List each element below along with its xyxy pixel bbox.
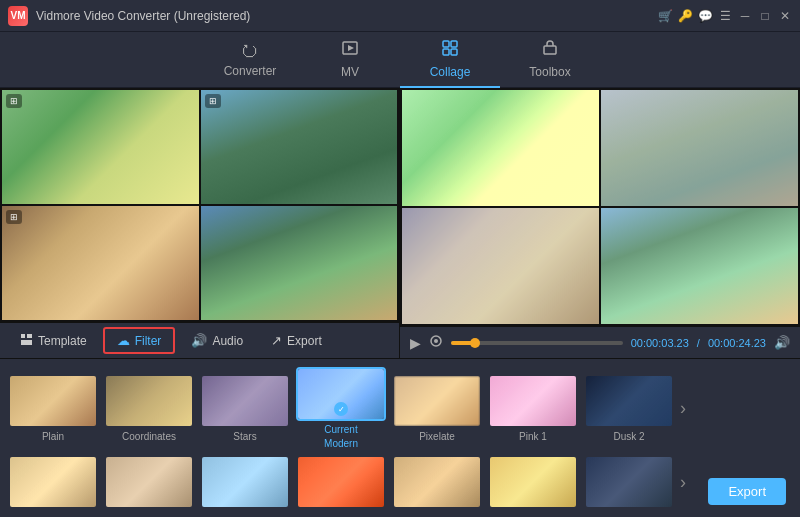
cell-icon-1: ⊞ xyxy=(6,94,22,108)
filter-modern-thumb: ✓ xyxy=(296,367,386,421)
filter-r2f-img xyxy=(490,457,576,507)
video-cell-4 xyxy=(601,208,798,324)
right-panel: ▶ 00:00:03.23 / 00:00:24.23 🔊 xyxy=(400,88,800,358)
filter-r2b-img xyxy=(106,457,192,507)
filter-modern-current-label: Current xyxy=(324,424,357,435)
tab-mv-label: MV xyxy=(341,65,359,79)
svg-rect-2 xyxy=(443,41,449,47)
filter-r2e[interactable] xyxy=(392,455,482,509)
progress-bar[interactable] xyxy=(451,341,623,345)
filter-r2b[interactable] xyxy=(104,455,194,509)
collage-cell-2[interactable]: ⊞ xyxy=(201,90,398,204)
tab-converter-label: Converter xyxy=(224,64,277,78)
maximize-icon[interactable]: □ xyxy=(758,9,772,23)
cell-icon-2: ⊞ xyxy=(205,94,221,108)
filter-coordinates[interactable]: Coordinates xyxy=(104,374,194,442)
key-icon[interactable]: 🔑 xyxy=(678,9,692,23)
filter-stars[interactable]: Stars xyxy=(200,374,290,442)
filter-coordinates-label: Coordinates xyxy=(122,431,176,442)
tab-export[interactable]: ↗ Export xyxy=(259,329,334,352)
volume-icon[interactable]: 🔊 xyxy=(774,335,790,350)
filter-r2c[interactable] xyxy=(200,455,290,509)
menu-icon[interactable]: ☰ xyxy=(718,9,732,23)
export-tab-icon: ↗ xyxy=(271,333,282,348)
filter-plain[interactable]: Plain xyxy=(8,374,98,442)
filter-r2a-img xyxy=(10,457,96,507)
filter-r2g[interactable] xyxy=(584,455,674,509)
converter-icon: ⭮ xyxy=(241,40,259,61)
filter-modern[interactable]: ✓ Current Modern xyxy=(296,367,386,449)
collage-cell-1[interactable]: ⊞ xyxy=(2,90,199,204)
minimize-icon[interactable]: ─ xyxy=(738,9,752,23)
filter-r2a-thumb xyxy=(8,455,98,509)
filter-r2f[interactable] xyxy=(488,455,578,509)
tab-template-label: Template xyxy=(38,334,87,348)
video-cell-1 xyxy=(402,90,599,206)
svg-point-11 xyxy=(434,339,438,343)
filter-cloud-icon: ☁ xyxy=(117,333,130,348)
main-wrapper: ⊞ ⊞ ⊞ Template xyxy=(0,88,800,517)
tab-toolbox[interactable]: Toolbox xyxy=(500,32,600,88)
collage-icon xyxy=(441,39,459,62)
filter-pixelate[interactable]: Pixelate xyxy=(392,374,482,442)
export-button[interactable]: Export xyxy=(708,478,786,505)
filter-strip: Plain Coordinates Stars ✓ xyxy=(0,358,800,517)
tab-collage[interactable]: Collage xyxy=(400,32,500,88)
collage-preview: ⊞ ⊞ ⊞ xyxy=(0,88,399,322)
filter-plain-label: Plain xyxy=(42,431,64,442)
filter-stars-img xyxy=(202,376,288,426)
tab-audio[interactable]: 🔊 Audio xyxy=(179,329,255,352)
tab-converter[interactable]: ⭮ Converter xyxy=(200,32,300,88)
svg-rect-3 xyxy=(451,41,457,47)
filter-r2b-thumb xyxy=(104,455,194,509)
filter-pink1-thumb xyxy=(488,374,578,428)
cart-icon[interactable]: 🛒 xyxy=(658,9,672,23)
filter-pixelate-thumb xyxy=(392,374,482,428)
filter-pink1[interactable]: Pink 1 xyxy=(488,374,578,442)
filter-pixelate-label: Pixelate xyxy=(419,431,455,442)
tab-export-label: Export xyxy=(287,334,322,348)
filter-r2a[interactable] xyxy=(8,455,98,509)
filter-stars-thumb xyxy=(200,374,290,428)
audio-icon: 🔊 xyxy=(191,333,207,348)
svg-rect-9 xyxy=(21,340,32,345)
chat-icon[interactable]: 💬 xyxy=(698,9,712,23)
tab-mv[interactable]: MV xyxy=(300,32,400,88)
svg-rect-6 xyxy=(544,46,556,54)
scroll-right-icon[interactable]: › xyxy=(680,398,686,419)
mv-icon xyxy=(341,39,359,62)
filter-stars-label: Stars xyxy=(233,431,256,442)
video-controls: ▶ 00:00:03.23 / 00:00:24.23 🔊 xyxy=(400,326,800,358)
collage-cell-4[interactable] xyxy=(201,206,398,320)
filter-r2d-thumb xyxy=(296,455,386,509)
tab-template[interactable]: Template xyxy=(8,329,99,353)
filter-pink1-img xyxy=(490,376,576,426)
filter-r2g-thumb xyxy=(584,455,674,509)
filter-row-1: Plain Coordinates Stars ✓ xyxy=(8,367,792,449)
filter-r2c-thumb xyxy=(200,455,290,509)
app-logo: VM xyxy=(8,6,28,26)
tab-filter[interactable]: ☁ Filter xyxy=(103,327,176,354)
svg-rect-8 xyxy=(27,334,32,338)
main-content: ⊞ ⊞ ⊞ Template xyxy=(0,88,800,358)
svg-rect-4 xyxy=(443,49,449,55)
collage-tab-bar: Template ☁ Filter 🔊 Audio ↗ Export xyxy=(0,322,399,358)
svg-marker-1 xyxy=(348,45,354,51)
progress-thumb xyxy=(470,338,480,348)
scroll-right-icon-2[interactable]: › xyxy=(680,472,686,493)
filter-dusk2-img xyxy=(586,376,672,426)
close-icon[interactable]: ✕ xyxy=(778,9,792,23)
window-controls: 🛒 🔑 💬 ☰ ─ □ ✕ xyxy=(658,9,792,23)
tab-filter-label: Filter xyxy=(135,334,162,348)
filter-dusk2[interactable]: Dusk 2 xyxy=(584,374,674,442)
screenshot-button[interactable] xyxy=(429,334,443,351)
collage-cell-3[interactable]: ⊞ xyxy=(2,206,199,320)
filter-plain-img xyxy=(10,376,96,426)
filter-dusk2-thumb xyxy=(584,374,674,428)
filter-r2d[interactable] xyxy=(296,455,386,509)
logo-text: VM xyxy=(11,10,26,21)
filter-plain-thumb xyxy=(8,374,98,428)
time-total: 00:00:24.23 xyxy=(708,337,766,349)
app-title: Vidmore Video Converter (Unregistered) xyxy=(36,9,658,23)
play-button[interactable]: ▶ xyxy=(410,335,421,351)
